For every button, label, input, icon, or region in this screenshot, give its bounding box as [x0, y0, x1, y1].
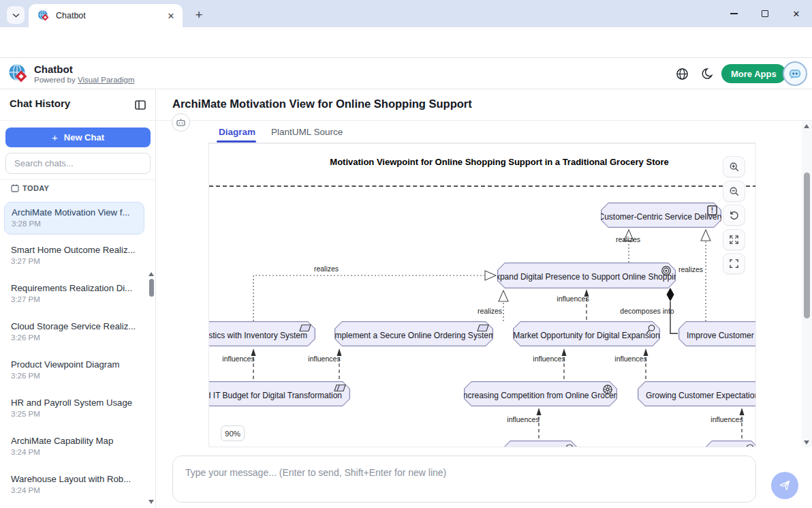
tab-close-icon[interactable]: ✕	[165, 10, 177, 22]
diagram-node: Market Opportunity for Digital Expansion	[513, 321, 660, 346]
edge-label: realizes	[314, 265, 339, 273]
chat-time: 3:24 PM	[11, 486, 138, 494]
diagram-node-label: ited IT Budget for Digital Transformatio…	[208, 381, 350, 406]
diagram-node: ogistics with Inventory System	[208, 321, 315, 346]
page-scroll-thumb[interactable]	[804, 173, 810, 318]
search-chats-input[interactable]	[5, 153, 151, 174]
chat-time: 3:24 PM	[11, 448, 138, 456]
powered-by: Powered by Visual Paradigm	[34, 76, 134, 84]
diagram-node: Implement a Secure Online Ordering Syste…	[334, 321, 493, 346]
chat-time: 3:28 PM	[12, 220, 137, 228]
diagram-node-label: ogistics with Inventory System	[208, 321, 315, 346]
divider	[0, 179, 156, 180]
edge-label: influences	[533, 355, 565, 363]
language-globe-icon[interactable]	[676, 68, 689, 80]
sidebar-scroll-thumb[interactable]	[149, 279, 154, 297]
chat-title: ArchiMate Motivation View f...	[12, 207, 137, 218]
tab-diagram[interactable]: Diagram	[219, 127, 255, 137]
tab-title: Chatbot	[56, 11, 86, 20]
divider	[0, 120, 156, 121]
scroll-down-icon[interactable]	[149, 500, 154, 504]
maximize-button[interactable]	[749, 0, 781, 27]
chat-title: Cloud Storage Service Realiz...	[11, 321, 138, 331]
composer-box[interactable]	[172, 455, 756, 503]
chevron-down-icon	[12, 13, 20, 18]
edge-label: influences	[557, 295, 589, 303]
diagram-node: ited IT Budget for Digital Transformatio…	[208, 381, 350, 406]
chat-history-item[interactable]: ArchiMate Capability Map 3:24 PM	[4, 431, 144, 464]
send-button[interactable]	[771, 472, 798, 499]
diagram-node	[503, 440, 578, 447]
page-scrollbar[interactable]	[802, 121, 812, 447]
chat-title: ArchiMate Capability Map	[11, 436, 138, 446]
zoom-level-badge: 90%	[221, 425, 245, 441]
chat-time: 3:25 PM	[11, 410, 138, 418]
diagram-node-label: Implement a Secure Online Ordering Syste…	[334, 321, 493, 346]
chat-history-item[interactable]: Product Viewpoint Diagram 3:26 PM	[4, 355, 144, 387]
edge-label: influences	[614, 355, 646, 363]
minimize-button[interactable]	[718, 0, 749, 27]
chat-title: Product Viewpoint Diagram	[11, 359, 138, 370]
chat-title: Requirements Realization Di...	[11, 283, 138, 293]
chat-title: Warehouse Layout with Rob...	[11, 474, 138, 484]
calendar-icon	[11, 184, 19, 192]
new-chat-button[interactable]: + New Chat	[5, 128, 151, 147]
chat-history-item[interactable]: Cloud Storage Service Realiz... 3:26 PM	[4, 316, 144, 349]
tab-search-button[interactable]	[7, 6, 25, 24]
edge-label: influences	[710, 415, 743, 423]
dark-mode-moon-icon[interactable]	[702, 68, 714, 80]
collapse-panel-icon[interactable]	[134, 99, 146, 111]
diagram-node: Increasing Competition from Online Groce…	[464, 381, 617, 406]
edge-label: realizes	[616, 235, 640, 243]
diagram-node-label	[503, 440, 578, 447]
browser-window: Chatbot ✕ + ✕ ai-toolbox.visu	[0, 0, 812, 508]
fullscreen-button[interactable]	[723, 253, 745, 274]
zoom-out-button[interactable]	[723, 181, 745, 202]
chat-time: 3:27 PM	[11, 295, 138, 303]
diagram-node-label: Growing Customer Expectation fo	[638, 381, 756, 406]
chat-history-item[interactable]: Warehouse Layout with Rob... 3:24 PM	[4, 469, 144, 502]
browser-toolbar: ai-toolbox.visual-paradigm.com/app/chatb…	[0, 27, 812, 58]
plus-icon: +	[52, 132, 58, 143]
edge-label: realizes	[678, 265, 703, 273]
chat-list: ArchiMate Motivation View f... 3:28 PM S…	[0, 196, 146, 508]
tab-strip: Chatbot ✕ + ✕	[0, 0, 812, 27]
chat-title: Smart Home Outcome Realiz...	[11, 245, 138, 255]
divider	[156, 120, 812, 121]
visual-paradigm-link[interactable]: Visual Paradigm	[78, 76, 135, 84]
edge-label: influences	[222, 355, 254, 363]
scroll-up-icon[interactable]	[149, 272, 154, 276]
zoom-in-button[interactable]	[723, 156, 745, 177]
diagram-node: Improve Customer Re	[678, 321, 756, 346]
chat-history-item[interactable]: HR and Payroll System Usage 3:25 PM	[4, 393, 144, 425]
scroll-up-icon[interactable]	[804, 124, 809, 128]
edge-label: influences	[507, 415, 539, 423]
scroll-down-icon[interactable]	[804, 440, 809, 445]
diagram-canvas: Motivation Viewpoint for Online Shopping…	[209, 144, 756, 447]
fit-expand-button[interactable]	[723, 229, 745, 250]
chatbot-avatar-icon[interactable]	[783, 61, 807, 86]
chat-time: 3:26 PM	[11, 372, 138, 380]
diagram-viewport[interactable]: Motivation Viewpoint for Online Shopping…	[208, 143, 756, 447]
message-input[interactable]	[173, 456, 755, 502]
app-header: Chatbot Powered by Visual Paradigm More …	[0, 58, 812, 89]
assistant-avatar	[172, 113, 190, 132]
sidebar-scrollbar[interactable]	[148, 180, 155, 505]
more-apps-button[interactable]: More Apps	[721, 64, 786, 83]
diagram-node	[704, 440, 756, 447]
message-composer	[156, 448, 812, 508]
window-close-button[interactable]: ✕	[781, 0, 812, 27]
diagram-node: Expand Digital Presence to Support Onlin…	[497, 263, 676, 288]
edge-label: influences	[308, 355, 340, 363]
tab-plantuml-source[interactable]: PlantUML Source	[271, 127, 343, 137]
sidebar-title: Chat History	[10, 98, 70, 109]
chat-history-item[interactable]: Smart Home Outcome Realiz... 3:27 PM	[4, 240, 144, 273]
chat-history-item[interactable]: Requirements Realization Di... 3:27 PM	[4, 278, 144, 311]
chat-history-item[interactable]: ArchiMate Motivation View f... 3:28 PM	[4, 202, 144, 235]
visual-paradigm-logo	[8, 63, 29, 84]
new-tab-button[interactable]: +	[191, 7, 207, 23]
chat-history-sidebar: Chat History + New Chat TODAY ArchiMate …	[0, 89, 156, 508]
diagram-node: Growing Customer Expectation fo	[638, 381, 756, 406]
reset-view-button[interactable]	[723, 205, 745, 226]
browser-tab[interactable]: Chatbot ✕	[29, 4, 183, 27]
